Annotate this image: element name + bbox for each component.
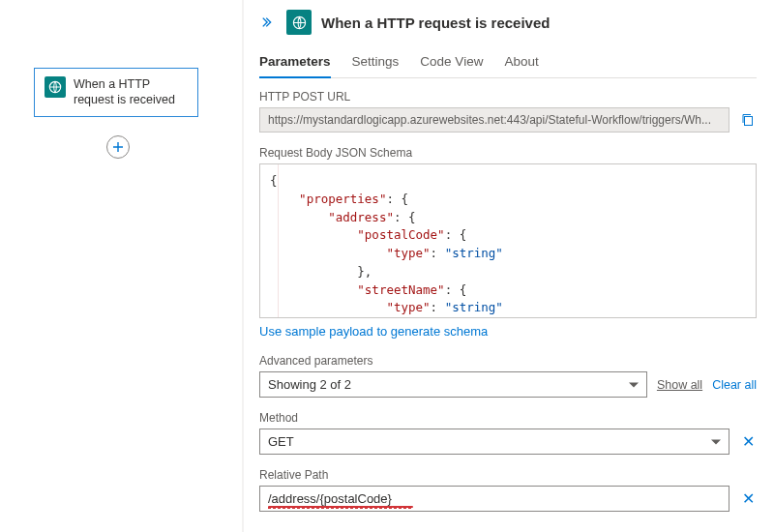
tab-parameters[interactable]: Parameters (259, 48, 331, 78)
remove-method-button[interactable]: ✕ (739, 432, 757, 451)
advanced-params-select[interactable]: Showing 2 of 2 (259, 371, 647, 398)
http-trigger-icon (286, 10, 312, 35)
relative-path-value: /address/{postalCode} (268, 491, 392, 506)
svg-rect-2 (745, 117, 753, 126)
post-url-value: https://mystandardlogicapp.azurewebsites… (259, 107, 729, 133)
copy-url-button[interactable] (739, 111, 757, 129)
panel-divider (242, 0, 244, 532)
method-value: GET (268, 434, 294, 449)
http-trigger-icon (45, 76, 66, 98)
tab-code-view[interactable]: Code View (420, 48, 483, 77)
advanced-params-value: Showing 2 of 2 (268, 377, 351, 392)
workflow-canvas: When a HTTP request is received (0, 0, 242, 532)
advanced-params-label: Advanced parameters (259, 354, 757, 368)
relative-path-label: Relative Path (259, 468, 757, 482)
clear-all-link[interactable]: Clear all (712, 378, 757, 392)
relative-path-input[interactable]: /address/{postalCode} (259, 486, 729, 512)
tab-about[interactable]: About (504, 48, 538, 77)
schema-editor[interactable]: { "properties": { "address": { "postalCo… (259, 163, 757, 318)
trigger-node-label: When a HTTP request is received (74, 76, 188, 108)
spellcheck-underline (268, 506, 413, 508)
post-url-label: HTTP POST URL (259, 90, 757, 103)
details-panel: When a HTTP request is received Paramete… (242, 0, 774, 532)
use-sample-payload-link[interactable]: Use sample payload to generate schema (259, 324, 488, 339)
tab-settings[interactable]: Settings (352, 48, 400, 77)
schema-label: Request Body JSON Schema (259, 146, 757, 160)
panel-tabs: Parameters Settings Code View About (259, 48, 757, 78)
panel-title: When a HTTP request is received (321, 15, 550, 31)
add-step-button[interactable] (106, 135, 130, 159)
remove-relative-path-button[interactable]: ✕ (739, 489, 757, 508)
trigger-node[interactable]: When a HTTP request is received (34, 68, 198, 117)
method-label: Method (259, 411, 757, 425)
show-all-link[interactable]: Show all (657, 378, 702, 392)
collapse-panel-button[interactable] (259, 14, 277, 31)
method-select[interactable]: GET (259, 429, 729, 455)
